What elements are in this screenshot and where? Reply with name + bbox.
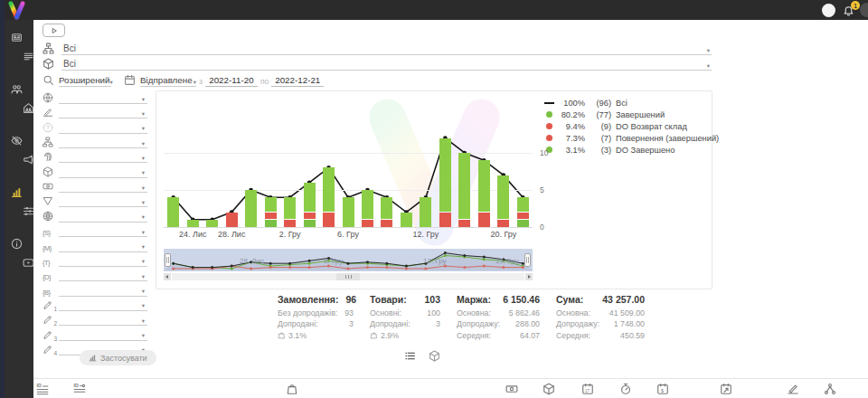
filter-row: 1▾ <box>42 298 147 311</box>
stat-row: Основна:5 862.46 <box>457 308 540 318</box>
legend-text: (7) <box>590 134 611 143</box>
filter-select-12[interactable]: ▾ <box>59 255 147 267</box>
bar-segment <box>478 213 490 227</box>
chevron-down-icon: ▾ <box>142 111 145 118</box>
date-to-input[interactable]: 2022-12-21 <box>271 75 324 87</box>
filter-select-14[interactable]: ▾ <box>59 285 147 297</box>
filter-select-13[interactable]: ▾ <box>59 270 147 281</box>
filter-row: {D}▾ <box>42 269 147 281</box>
view-toggle-box[interactable] <box>429 350 440 362</box>
toolbar-calendar-17-icon[interactable]: 17 <box>581 383 594 395</box>
filter-select-4[interactable]: ▾ <box>59 137 147 148</box>
sidebar-item-users[interactable] <box>11 83 23 95</box>
stat-row: Допродані:3 <box>370 318 440 329</box>
legend-text: DO Возврат склад <box>616 122 687 131</box>
calendar-icon <box>124 74 136 86</box>
navigator-series <box>164 249 533 271</box>
avatar-partial[interactable] <box>860 3 868 17</box>
bar-segment <box>284 197 296 219</box>
sidebar-item-home-group[interactable] <box>23 102 34 114</box>
gridline <box>164 190 533 191</box>
sidebar-item-megaphone[interactable] <box>23 154 34 166</box>
app-logo-icon[interactable] <box>6 1 27 19</box>
legend-item[interactable]: 3.1%(3)DO Завершено <box>543 144 719 156</box>
filter-select-3[interactable]: ▾ <box>59 122 147 134</box>
scroll-right-button[interactable] <box>525 273 533 280</box>
toolbar-box-icon[interactable] <box>542 383 555 395</box>
legend-item[interactable]: 7.3%(7)Повернення (завершений) <box>543 132 719 144</box>
filter-select-6[interactable]: ▾ <box>59 166 147 178</box>
view-toggle-list[interactable] <box>404 350 416 362</box>
filter-row: {M}▾ <box>42 240 147 252</box>
toolbar-bag-icon[interactable] <box>286 383 298 395</box>
date-field-select[interactable]: Відправлене ▾ <box>140 75 196 87</box>
sidebar-item-bar-chart[interactable] <box>11 186 23 198</box>
filter-select-5[interactable]: ▾ <box>59 151 147 163</box>
filter-select-16[interactable]: ▾ <box>59 314 147 326</box>
bar-segment <box>265 220 277 227</box>
toolbar-calendar-arrow-icon[interactable] <box>720 383 732 395</box>
bar-segment <box>458 153 470 219</box>
apply-button[interactable]: Застосувати <box>80 350 156 365</box>
avatar[interactable] <box>822 4 835 17</box>
product-select[interactable]: Всі ▾ <box>61 57 712 71</box>
chevron-down-icon: ▾ <box>142 259 145 265</box>
date-from-input[interactable]: 2022-11-20 <box>205 75 258 87</box>
sidebar-item-eye-off[interactable] <box>11 135 23 147</box>
sidebar-edge-strip <box>0 0 5 398</box>
sitemap-icon <box>42 137 53 147</box>
navigator-handle-left[interactable] <box>165 253 171 267</box>
filter-select-2[interactable]: ▾ <box>59 107 147 118</box>
bar-segment <box>323 167 335 211</box>
legend-text: 100% <box>558 99 585 108</box>
sidebar-item-sliders[interactable] <box>23 205 34 217</box>
search-row: Розширений ▾ Відправлене ▾ з 2022-11-20 … <box>42 72 324 87</box>
bar-segment <box>362 190 373 219</box>
toolbar-banknote-icon[interactable] <box>505 383 518 395</box>
filter-select-17[interactable]: ▾ <box>59 329 147 341</box>
chart-scrollbar[interactable] <box>164 273 533 280</box>
chevron-down-icon: ▾ <box>142 200 145 206</box>
filter-select-1[interactable]: ▾ <box>59 92 147 104</box>
search-mode-select[interactable]: Розширений ▾ <box>59 75 111 87</box>
filter-select-7[interactable]: ▾ <box>59 181 147 193</box>
sidebar-item-banner[interactable] <box>11 32 23 43</box>
filter-select-10[interactable]: ▾ <box>59 225 147 237</box>
sidebar-item-feed[interactable] <box>23 51 34 62</box>
navigator-handle-right[interactable] <box>524 253 531 267</box>
toolbar-stopwatch-icon[interactable] <box>619 383 632 395</box>
filter-select-9[interactable]: ▾ <box>59 211 147 223</box>
filter-select-11[interactable]: ▾ <box>59 241 147 252</box>
sidebar-item-video[interactable] <box>23 257 34 269</box>
notification-badge: 1 <box>851 1 860 10</box>
gridline <box>164 153 533 154</box>
funnel-icon <box>42 195 53 206</box>
play-chip-button[interactable] <box>42 24 65 37</box>
fingerprint-icon <box>42 151 53 162</box>
scrollbar-grip[interactable] <box>336 273 360 280</box>
filter-select-8[interactable]: ▾ <box>59 195 147 207</box>
bar-segment <box>284 220 296 227</box>
filter-select-15[interactable]: ▾ <box>59 299 147 311</box>
legend-line-marker <box>543 102 555 104</box>
legend-dot-marker <box>543 123 555 129</box>
legend-item[interactable]: 100%(96)Всі <box>543 97 719 109</box>
toolbar-id-list-icon[interactable]: ID <box>36 383 49 395</box>
legend-item[interactable]: 80.2%(77)Завершений <box>543 109 719 120</box>
sidebar-item-info[interactable] <box>11 238 23 250</box>
toolbar-network-icon[interactable] <box>824 383 836 395</box>
scrollbar-track[interactable] <box>172 273 524 280</box>
group-select[interactable]: Всі ▾ <box>61 42 712 55</box>
scroll-left-button[interactable] <box>164 273 171 280</box>
toolbar-pen-icon[interactable] <box>787 383 799 395</box>
bar-segment <box>458 220 470 227</box>
filter-row: ▾ <box>42 180 147 193</box>
chevron-down-icon: ▾ <box>142 214 145 221</box>
toolbar-id-o-icon[interactable]: ID <box>73 383 86 395</box>
filter-row: ▾ <box>42 106 147 118</box>
chevron-down-icon: ▾ <box>142 141 145 147</box>
chart-navigator[interactable]: 28. Лис6. Гру12. Гру19. Гру <box>164 249 533 271</box>
stat-row: Без допродажів:93 <box>278 308 354 318</box>
legend-item[interactable]: 9.4%(9)DO Возврат склад <box>543 120 719 132</box>
toolbar-calendar-dollar-icon[interactable]: $ <box>656 383 669 395</box>
